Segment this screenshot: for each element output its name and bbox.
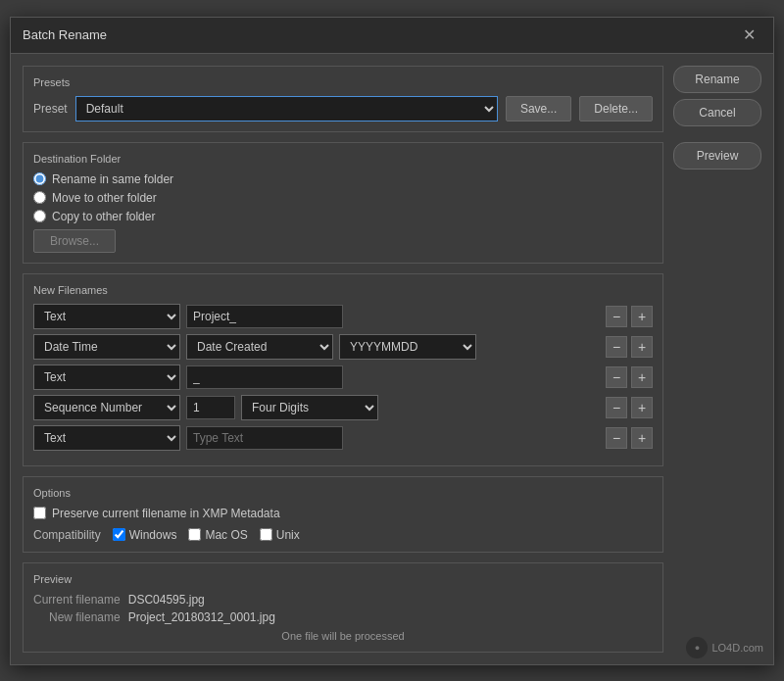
save-preset-button[interactable]: Save... [506, 96, 571, 122]
fn-text-input-3[interactable] [186, 365, 343, 389]
minus-btn-5[interactable]: − [606, 427, 627, 449]
minus-btn-4[interactable]: − [606, 397, 627, 418]
current-filename-label: Current filename [33, 593, 121, 607]
row-controls-1: − + [606, 306, 653, 327]
mac-label: Mac OS [205, 528, 247, 542]
filename-row-1: Text Date Time Sequence Number − + [33, 304, 653, 329]
destination-section: Destination Folder Rename in same folder… [23, 142, 663, 264]
minus-btn-1[interactable]: − [606, 306, 627, 327]
watermark-text: LO4D.com [711, 642, 763, 654]
windows-label: Windows [129, 528, 177, 542]
fn-type-select-4[interactable]: Text Date Time Sequence Number [33, 395, 180, 420]
preserve-xmp-checkbox[interactable] [33, 507, 46, 519]
plus-btn-5[interactable]: + [631, 427, 653, 449]
radio-copy-folder-input[interactable] [33, 210, 46, 222]
preview-title: Preview [33, 573, 653, 585]
new-filename-label: New filename [33, 610, 121, 624]
title-bar: Batch Rename ✕ [11, 18, 773, 54]
fn-num-input-4[interactable] [186, 396, 235, 419]
delete-preset-button[interactable]: Delete... [579, 96, 653, 122]
radio-same-folder[interactable]: Rename in same folder [33, 172, 653, 186]
dialog-title: Batch Rename [23, 27, 107, 42]
presets-section: Presets Preset Default Custom 1 Custom 2… [23, 66, 663, 132]
filename-row-3: Text Date Time Sequence Number − + [33, 365, 653, 390]
fn-text-input-1[interactable] [186, 305, 343, 328]
unix-checkbox[interactable] [260, 528, 272, 541]
fn-format-select-2[interactable]: YYYYMMDD YYYY-MM-DD DD/MM/YYYY [339, 334, 476, 360]
radio-copy-folder-label: Copy to other folder [52, 210, 155, 223]
destination-radio-group: Rename in same folder Move to other fold… [33, 172, 653, 223]
row-controls-4: − + [606, 397, 653, 418]
current-filename-value: DSC04595.jpg [128, 593, 653, 607]
dialog-body: Presets Preset Default Custom 1 Custom 2… [11, 54, 773, 664]
destination-title: Destination Folder [33, 153, 653, 165]
unix-compat[interactable]: Unix [260, 528, 300, 542]
side-buttons: Rename Cancel Preview [673, 66, 761, 653]
radio-move-folder-label: Move to other folder [52, 191, 157, 205]
windows-compat[interactable]: Windows [113, 528, 177, 542]
filenames-section: New Filenames Text Date Time Sequence Nu… [23, 273, 663, 466]
radio-copy-folder[interactable]: Copy to other folder [33, 210, 653, 223]
fn-type-select-5[interactable]: Text Date Time Sequence Number [33, 425, 180, 451]
preview-footer: One file will be processed [33, 630, 653, 642]
mac-compat[interactable]: Mac OS [188, 528, 247, 542]
rename-button[interactable]: Rename [673, 66, 761, 93]
row-controls-5: − + [606, 427, 653, 449]
compat-row: Compatibility Windows Mac OS Unix [33, 528, 653, 542]
row-controls-3: − + [606, 366, 653, 388]
filenames-title: New Filenames [33, 284, 653, 296]
row-controls-2: − + [606, 336, 653, 358]
filename-row-2: Text Date Time Sequence Number Date Crea… [33, 334, 653, 360]
options-section: Options Preserve current filename in XMP… [23, 476, 663, 553]
filename-row-5: Text Date Time Sequence Number − + [33, 425, 653, 451]
preview-grid: Current filename DSC04595.jpg New filena… [33, 593, 653, 624]
unix-label: Unix [276, 528, 300, 542]
plus-btn-3[interactable]: + [631, 366, 653, 388]
radio-same-folder-input[interactable] [33, 172, 46, 185]
radio-move-folder-input[interactable] [33, 191, 46, 204]
watermark: ● LO4D.com [686, 637, 763, 658]
new-filename-value: Project_20180312_0001.jpg [128, 610, 653, 624]
plus-btn-1[interactable]: + [631, 306, 653, 327]
preserve-xmp-label: Preserve current filename in XMP Metadat… [52, 507, 280, 520]
cancel-button[interactable]: Cancel [673, 99, 761, 126]
preview-section: Preview Current filename DSC04595.jpg Ne… [23, 562, 663, 653]
compat-label: Compatibility [33, 528, 101, 542]
presets-title: Presets [33, 76, 653, 88]
batch-rename-dialog: Batch Rename ✕ Presets Preset Default Cu… [10, 17, 774, 665]
presets-row: Preset Default Custom 1 Custom 2 Save...… [33, 96, 653, 122]
preset-select[interactable]: Default Custom 1 Custom 2 [75, 96, 498, 122]
radio-move-folder[interactable]: Move to other folder [33, 191, 653, 205]
browse-button[interactable]: Browse... [33, 229, 116, 253]
windows-checkbox[interactable] [113, 528, 125, 541]
preserve-xmp-row: Preserve current filename in XMP Metadat… [33, 507, 653, 520]
radio-same-folder-label: Rename in same folder [52, 172, 173, 186]
watermark-logo: ● [686, 637, 708, 658]
options-title: Options [33, 487, 653, 499]
preview-button[interactable]: Preview [673, 142, 761, 170]
plus-btn-4[interactable]: + [631, 397, 653, 418]
fn-sub-select-2[interactable]: Date Created Date Modified Date Taken [186, 334, 333, 360]
fn-text-input-5[interactable] [186, 426, 343, 450]
plus-btn-2[interactable]: + [631, 336, 653, 358]
mac-checkbox[interactable] [188, 528, 201, 541]
fn-type-select-3[interactable]: Text Date Time Sequence Number [33, 365, 180, 390]
fn-type-select-1[interactable]: Text Date Time Sequence Number [33, 304, 180, 329]
filename-row-4: Text Date Time Sequence Number Four Digi… [33, 395, 653, 420]
fn-format-select-4[interactable]: Four Digits One Digit Two Digits Three D… [241, 395, 378, 420]
minus-btn-2[interactable]: − [606, 336, 627, 358]
close-button[interactable]: ✕ [737, 25, 761, 45]
fn-type-select-2[interactable]: Text Date Time Sequence Number [33, 334, 180, 360]
preset-label: Preset [33, 102, 68, 116]
main-content: Presets Preset Default Custom 1 Custom 2… [23, 66, 663, 653]
minus-btn-3[interactable]: − [606, 366, 627, 388]
